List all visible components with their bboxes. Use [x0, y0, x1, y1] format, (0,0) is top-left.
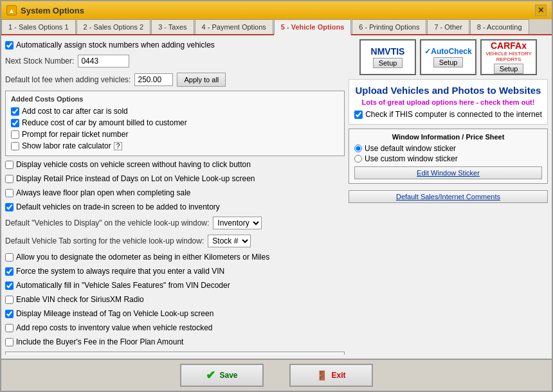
added-costs-group: Added Costs Options Add cost to car afte…	[5, 91, 345, 156]
buyers-fee-checkbox[interactable]	[5, 338, 14, 346]
added-costs-title: Added Costs Options	[11, 95, 339, 103]
auto-stock-checkbox[interactable]	[5, 41, 14, 49]
content-area: Automatically assign stock numbers when …	[1, 35, 552, 391]
cost-car-sold-checkbox[interactable]	[11, 107, 19, 116]
valid-vin-checkbox[interactable]	[5, 267, 14, 276]
valid-vin-row: Force the system to always require that …	[5, 265, 345, 277]
autocheck-label: ✓AutoCheck	[424, 47, 471, 56]
odometer-checkbox[interactable]	[5, 253, 14, 262]
odometer-row: Allow you to designate the odometer as b…	[5, 251, 345, 263]
upload-subtitle: Lots of great upload options here - chec…	[354, 98, 542, 106]
default-display-select[interactable]: Inventory All	[213, 217, 262, 229]
title-bar-left: ▲ System Options	[6, 5, 84, 15]
main-content: Automatically assign stock numbers when …	[1, 35, 552, 359]
display-retail-checkbox[interactable]	[5, 175, 14, 183]
auto-stock-label: Automatically assign stock numbers when …	[16, 40, 215, 49]
footer: ✔ Save 🚪 Exit	[1, 359, 552, 391]
tab-taxes[interactable]: 3 - Taxes	[151, 19, 194, 34]
display-costs-checkbox[interactable]	[5, 161, 14, 169]
sirius-checkbox[interactable]	[5, 296, 14, 304]
upload-title: Upload Vehicles and Photos to Websites	[354, 85, 542, 96]
floor-plan-checkbox[interactable]	[5, 189, 14, 197]
buyers-fee-label: Include the Buyer's Fee in the Floor Pla…	[16, 337, 183, 346]
labor-rate-checkbox[interactable]	[11, 142, 19, 150]
tab-bar: 1 - Sales Options 1 2 - Sales Options 2 …	[1, 19, 552, 35]
carfax-logo[interactable]: CARFAx VEHICLE HISTORY REPORTS Setup	[480, 39, 537, 75]
tab-vehicle-options[interactable]: 5 - Vehicle Options	[274, 19, 351, 35]
reduce-cost-checkbox[interactable]	[11, 119, 19, 127]
prompt-repair-checkbox[interactable]	[11, 130, 19, 139]
app-icon: ▲	[6, 5, 17, 15]
tab-sales-2[interactable]: 2 - Sales Options 2	[77, 19, 151, 34]
auto-fill-row: Automatically fill in "Vehicle Sales Fea…	[5, 280, 345, 291]
auto-fill-label: Automatically fill in "Vehicle Sales Fea…	[16, 281, 230, 290]
next-stock-input[interactable]	[78, 55, 129, 67]
autocheck-logo[interactable]: ✓AutoCheck Setup	[420, 39, 476, 75]
service-logos-row: NMVTIS Setup ✓AutoCheck Setup CARFAx VEH…	[349, 39, 548, 75]
left-panel: Automatically assign stock numbers when …	[5, 39, 345, 355]
carfax-setup-button[interactable]: Setup	[494, 64, 524, 74]
default-sticker-row: Use default window sticker	[354, 143, 542, 154]
next-stock-row: Next Stock Number:	[5, 53, 345, 69]
mileage-tag-checkbox[interactable]	[5, 310, 14, 318]
prompt-repair-row: Prompt for repair ticket number	[11, 129, 339, 140]
cost-car-sold-label: Add cost to car after car is sold	[22, 107, 128, 116]
right-panel: NMVTIS Setup ✓AutoCheck Setup CARFAx VEH…	[349, 39, 548, 355]
window-title: System Options	[21, 6, 84, 15]
next-stock-label: Next Stock Number:	[5, 57, 74, 66]
odometer-label: Allow you to designate the odometer as b…	[16, 253, 269, 262]
buyers-fee-row: Include the Buyer's Fee in the Floor Pla…	[5, 336, 345, 348]
default-sticker-label: Use default window sticker	[365, 144, 456, 153]
edit-sticker-button[interactable]: Edit Window Sticker	[354, 166, 542, 179]
valid-vin-label: Force the system to always require that …	[16, 267, 224, 276]
tab-other[interactable]: 7 - Other	[427, 19, 469, 34]
exit-label: Exit	[331, 371, 345, 380]
floor-plan-row: Always leave floor plan open when comple…	[5, 187, 345, 199]
default-lot-row: Default lot fee when adding vehicles: Ap…	[5, 71, 345, 88]
window-info-title: Window Information / Price Sheet	[354, 133, 542, 141]
upload-box: Upload Vehicles and Photos to Websites L…	[349, 79, 548, 125]
prompt-repair-label: Prompt for repair ticket number	[22, 130, 128, 139]
autocheck-setup-button[interactable]: Setup	[433, 57, 464, 67]
internet-connected-checkbox[interactable]	[354, 111, 363, 119]
custom-sticker-label: Use custom window sticker	[365, 154, 458, 163]
nmvtis-setup-button[interactable]: Setup	[373, 58, 403, 68]
nmvtis-logo[interactable]: NMVTIS Setup	[359, 39, 416, 75]
default-sticker-radio[interactable]	[354, 145, 362, 152]
default-trade-checkbox[interactable]	[5, 203, 14, 211]
tab-payment[interactable]: 4 - Payment Options	[195, 19, 273, 34]
display-costs-label: Display vehicle costs on vehicle screen …	[16, 160, 251, 169]
mileage-tag-row: Display Mileage instead of Tag on Vehicl…	[5, 308, 345, 319]
sirius-row: Enable VIN check for SiriusXM Radio	[5, 294, 345, 305]
default-display-label: Default "Vehicles to Display" on the veh…	[5, 218, 209, 227]
sirius-label: Enable VIN check for SiriusXM Radio	[16, 295, 144, 304]
auto-stock-row: Automatically assign stock numbers when …	[5, 39, 345, 51]
save-button[interactable]: ✔ Save	[180, 364, 264, 387]
repo-costs-checkbox[interactable]	[5, 324, 14, 332]
repo-costs-label: Add repo costs to inventory value when v…	[16, 323, 213, 332]
main-window: ▲ System Options ✕ 1 - Sales Options 1 2…	[0, 0, 553, 392]
default-sort-label: Default Vehicle Tab sorting for the vehi…	[5, 236, 204, 245]
labor-rate-row: Show labor rate calculator ?	[11, 140, 339, 152]
display-costs-row: Display vehicle costs on vehicle screen …	[5, 159, 345, 170]
exit-button[interactable]: 🚪 Exit	[289, 364, 373, 387]
default-comments-button[interactable]: Default Sales/Internet Comments	[349, 190, 548, 203]
auto-fill-checkbox[interactable]	[5, 281, 14, 290]
display-retail-row: Display Retail Price instead of Days on …	[5, 173, 345, 184]
default-display-row: Default "Vehicles to Display" on the veh…	[5, 215, 345, 231]
tab-accounting[interactable]: 8 - Accounting	[470, 19, 529, 34]
close-button[interactable]: ✕	[535, 4, 547, 16]
reduce-cost-label: Reduce cost of car by amount billed to c…	[22, 118, 187, 127]
default-sort-select[interactable]: Stock # Year Make	[208, 235, 251, 247]
tab-sales-1[interactable]: 1 - Sales Options 1	[1, 19, 76, 34]
labor-rate-help[interactable]: ?	[114, 142, 123, 150]
custom-sticker-row: Use custom window sticker	[354, 154, 542, 164]
floor-plan-label: Always leave floor plan open when comple…	[16, 188, 191, 197]
tab-printing[interactable]: 6 - Printing Options	[352, 19, 426, 34]
apply-button[interactable]: Apply to all	[177, 73, 226, 87]
display-retail-label: Display Retail Price instead of Days on …	[16, 174, 255, 183]
custom-sticker-radio[interactable]	[354, 155, 362, 163]
default-lot-input[interactable]	[134, 73, 173, 86]
carfax-label: CARFAx	[491, 40, 527, 51]
default-sort-row: Default Vehicle Tab sorting for the vehi…	[5, 233, 345, 249]
